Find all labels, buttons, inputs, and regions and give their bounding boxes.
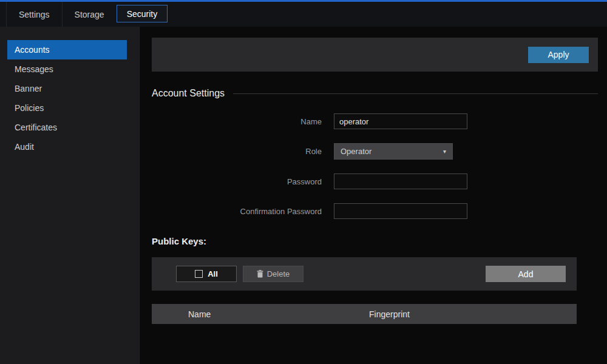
page-layout: Accounts Messages Banner Policies Certif…: [0, 27, 607, 364]
confirmation-password-label: Confirmation Password: [152, 207, 322, 216]
sidebar-item-certificates[interactable]: Certificates: [0, 118, 139, 137]
delete-button[interactable]: Delete: [243, 266, 304, 282]
form-row-role: Role Operator ▾: [152, 143, 598, 160]
chevron-down-icon: ▾: [443, 148, 446, 155]
sidebar-item-banner[interactable]: Banner: [0, 79, 139, 98]
name-input[interactable]: [334, 113, 467, 129]
column-header-name: Name: [188, 309, 369, 319]
select-all-label: All: [208, 269, 218, 278]
checkbox-icon: [195, 270, 203, 278]
public-keys-table-header: Name Fingerprint: [152, 304, 577, 324]
apply-button[interactable]: Apply: [528, 47, 589, 63]
column-header-fingerprint: Fingerprint: [369, 309, 577, 319]
main-content: Apply Account Settings Name Role Operato…: [140, 27, 607, 364]
account-form: Name Role Operator ▾ Password Confirmati…: [152, 113, 598, 219]
top-tab-bar: Settings Storage Security: [0, 2, 607, 27]
tab-settings[interactable]: Settings: [6, 2, 62, 27]
sidebar: Accounts Messages Banner Policies Certif…: [0, 27, 140, 364]
page-title: Account Settings: [152, 88, 225, 99]
public-keys-title: Public Keys:: [152, 236, 598, 246]
name-label: Name: [152, 117, 322, 126]
select-all-button[interactable]: All: [176, 266, 237, 282]
section-divider: [233, 93, 598, 94]
role-dropdown[interactable]: Operator ▾: [334, 143, 453, 160]
confirmation-password-input[interactable]: [334, 203, 467, 219]
delete-label: Delete: [267, 269, 290, 278]
form-row-password: Password: [152, 174, 598, 189]
sidebar-item-messages[interactable]: Messages: [0, 59, 139, 79]
add-button[interactable]: Add: [486, 266, 566, 282]
public-keys-section: All Delete Add Name Fingerprint: [152, 257, 577, 324]
apply-toolbar: Apply: [152, 38, 598, 72]
form-row-name: Name: [152, 113, 598, 129]
form-row-confirmation: Confirmation Password: [152, 203, 598, 219]
role-selected-value: Operator: [341, 147, 371, 156]
sidebar-item-accounts[interactable]: Accounts: [7, 40, 127, 59]
role-label: Role: [152, 147, 322, 156]
sidebar-item-audit[interactable]: Audit: [0, 137, 139, 157]
public-keys-toolbar: All Delete Add: [152, 257, 577, 291]
section-header: Account Settings: [152, 88, 598, 99]
tab-storage[interactable]: Storage: [62, 2, 117, 27]
trash-icon: [257, 270, 263, 278]
tab-security[interactable]: Security: [117, 5, 168, 22]
password-label: Password: [152, 177, 322, 186]
password-input[interactable]: [334, 174, 467, 189]
sidebar-item-policies[interactable]: Policies: [0, 98, 139, 118]
